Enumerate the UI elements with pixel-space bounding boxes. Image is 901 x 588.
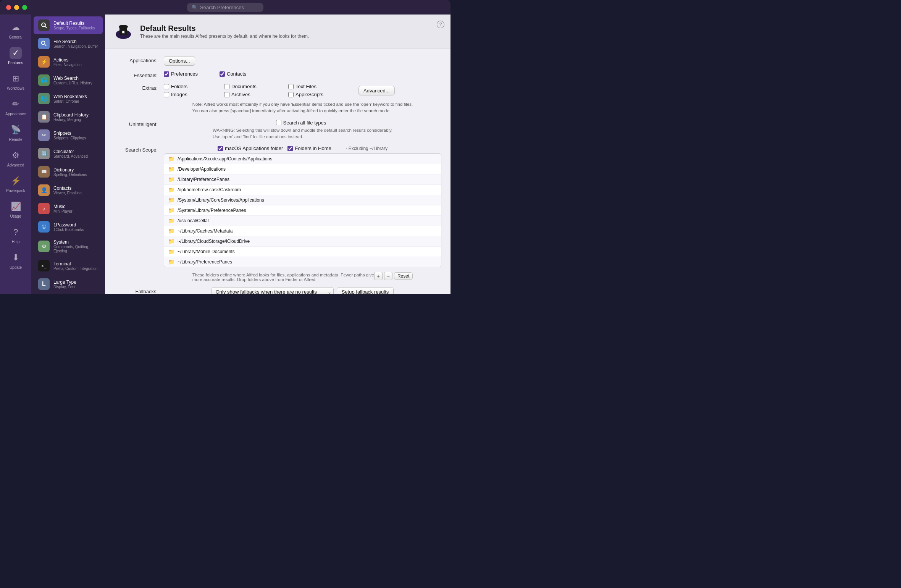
- documents-label: Documents: [231, 84, 257, 89]
- search-all-checkbox-item[interactable]: Search all file types: [276, 120, 329, 126]
- general-label: General: [9, 35, 23, 39]
- nav-item-default-results[interactable]: Default Results Scope, Types, Fallbacks: [34, 16, 103, 34]
- folders-in-home-checkbox-item[interactable]: Folders in Home: [287, 145, 341, 151]
- sidebar-item-general[interactable]: ☁ General: [0, 18, 31, 43]
- images-checkbox-item[interactable]: Images: [164, 92, 221, 97]
- scope-path-10: ~/Library/PreferencePanes: [178, 259, 232, 265]
- titlebar-search-bar[interactable]: 🔍 Search Preferences: [187, 3, 263, 12]
- reset-scope-button[interactable]: Reset: [394, 272, 413, 280]
- applescripts-checkbox[interactable]: [288, 92, 294, 97]
- nav-item-web-search[interactable]: 🌐 Web Search Custom, URLs, History: [34, 71, 103, 89]
- nav-item-snippets[interactable]: ✂ Snippets Snippets, Clippings: [34, 126, 103, 144]
- search-all-checkbox[interactable]: [276, 120, 281, 125]
- advanced-button[interactable]: Advanced...: [358, 86, 395, 95]
- update-icon: ⬇: [10, 252, 22, 264]
- nav-item-music[interactable]: ♪ Music Mini Player: [34, 200, 103, 217]
- usage-icon: 📈: [10, 200, 22, 213]
- nav-item-terminal[interactable]: >_ Terminal Prefix, Custom Integration: [34, 257, 103, 275]
- archives-checkbox-item[interactable]: Archives: [224, 92, 285, 97]
- file-search-nav-text: File Search Search, Navigation, Buffer: [53, 39, 98, 48]
- large-type-nav-text: Large Type Display, Font: [53, 279, 76, 289]
- preferences-checkbox-item[interactable]: Preferences: [164, 71, 217, 77]
- remove-scope-button[interactable]: −: [384, 272, 392, 280]
- actions-nav-text: Actions Files, Navigation: [53, 57, 82, 67]
- scope-path-9: ~/Library/Mobile Documents: [178, 249, 235, 254]
- nav-item-contacts[interactable]: 👤 Contacts Viewer, Emailing: [34, 181, 103, 199]
- archives-checkbox[interactable]: [224, 92, 229, 97]
- applescripts-checkbox-item[interactable]: AppleScripts: [288, 92, 349, 97]
- maximize-button[interactable]: [22, 5, 27, 10]
- nav-item-file-search[interactable]: File Search Search, Navigation, Buffer: [34, 35, 103, 52]
- general-icon: ☁: [10, 21, 22, 34]
- nav-item-dictionary[interactable]: 📖 Dictionary Spelling, Definitions: [34, 163, 103, 181]
- nav-sidebar: Default Results Scope, Types, Fallbacks …: [31, 15, 105, 294]
- macos-apps-checkbox[interactable]: [218, 146, 223, 151]
- text-files-checkbox-item[interactable]: Text Files: [288, 84, 349, 89]
- folders-checkbox[interactable]: [164, 84, 169, 89]
- web-bookmarks-nav-title: Web Bookmarks: [53, 94, 87, 99]
- contacts-nav-title: Contacts: [53, 186, 82, 191]
- nav-item-calculator[interactable]: 🔢 Calculator Standard, Advanced: [34, 145, 103, 162]
- scope-list-item-2: 📁 /Library/PreferencePanes: [164, 174, 441, 185]
- sidebar-item-usage[interactable]: 📈 Usage: [0, 197, 31, 222]
- scope-path-0: /Applications/Xcode.app/Contents/Applica…: [178, 156, 272, 162]
- scope-path-3: /opt/homebrew-cask/Caskroom: [178, 187, 241, 192]
- sidebar-item-advanced[interactable]: ⚙ Advanced: [0, 145, 31, 171]
- unintelligent-row: Unintelligent: Search all file types WAR…: [114, 120, 441, 141]
- remote-icon: 📡: [10, 124, 22, 136]
- essentials-row: Essentials: Preferences Contacts: [114, 71, 441, 78]
- sidebar-item-appearance[interactable]: ✏ Appearance: [0, 94, 31, 120]
- nav-item-1password[interactable]: ① 1Password 1Click Bookmarks: [34, 218, 103, 236]
- fallbacks-content: Only show fallbacks when there are no re…: [164, 287, 441, 294]
- documents-checkbox[interactable]: [224, 84, 229, 89]
- extras-row: Extras: Folders Images: [114, 84, 441, 115]
- minimize-button[interactable]: [14, 5, 19, 10]
- main-layout: ☁ General ✓ Features ⊞ Workflows ✏ Appea…: [0, 15, 450, 294]
- powerpack-label: Powerpack: [6, 189, 25, 193]
- close-button[interactable]: [6, 5, 11, 10]
- nav-item-actions[interactable]: ⚡ Actions Files, Navigation: [34, 53, 103, 71]
- options-button[interactable]: Options...: [164, 56, 195, 66]
- sidebar-item-workflows[interactable]: ⊞ Workflows: [0, 69, 31, 94]
- svg-line-4: [45, 44, 46, 46]
- nav-item-large-type[interactable]: L Large Type Display, Font: [34, 275, 103, 293]
- help-button[interactable]: ?: [437, 21, 444, 28]
- scope-path-6: /usr/local/Cellar: [178, 218, 209, 223]
- applescripts-label: AppleScripts: [295, 92, 323, 97]
- nav-item-clipboard[interactable]: 📋 Clipboard History History, Merging: [34, 108, 103, 126]
- macos-apps-checkbox-item[interactable]: macOS Applications folder: [218, 145, 283, 151]
- default-results-nav-icon: [38, 19, 50, 31]
- sidebar-item-remote[interactable]: 📡 Remote: [0, 120, 31, 145]
- system-nav-title: System: [53, 239, 98, 245]
- header-icon: [113, 21, 134, 42]
- images-checkbox[interactable]: [164, 92, 169, 97]
- folders-checkbox-item[interactable]: Folders: [164, 84, 221, 89]
- fallbacks-label: Fallbacks:: [114, 287, 164, 294]
- music-nav-subtitle: Mini Player: [53, 209, 72, 213]
- file-search-nav-icon: [38, 38, 50, 49]
- nav-item-system[interactable]: ⚙ System Commands, Quitting, Ejecting: [34, 236, 103, 256]
- contacts-label: Contacts: [227, 71, 246, 77]
- contacts-checkbox-item[interactable]: Contacts: [220, 71, 273, 77]
- text-files-checkbox[interactable]: [288, 84, 294, 89]
- sidebar-item-powerpack[interactable]: ⚡ Powerpack: [0, 171, 31, 197]
- preferences-checkbox[interactable]: [164, 71, 169, 77]
- documents-checkbox-item[interactable]: Documents: [224, 84, 285, 89]
- web-search-nav-text: Web Search Custom, URLs, History: [53, 76, 92, 85]
- contacts-nav-subtitle: Viewer, Emailing: [53, 191, 82, 195]
- nav-item-previews[interactable]: 👁 Previews Quick Look, Preview panels: [34, 294, 103, 294]
- sidebar-item-features[interactable]: ✓ Features: [0, 43, 31, 69]
- fallbacks-dropdown[interactable]: Only show fallbacks when there are no re…: [212, 287, 334, 294]
- scope-list-item-6: 📁 /usr/local/Cellar: [164, 216, 441, 226]
- folder-icon-5: 📁: [168, 207, 174, 213]
- sidebar-item-update[interactable]: ⬇ Update: [0, 248, 31, 273]
- add-scope-button[interactable]: +: [374, 272, 383, 280]
- large-type-nav-subtitle: Display, Font: [53, 285, 76, 289]
- nav-item-web-bookmarks[interactable]: 🌐 Web Bookmarks Safari, Chrome: [34, 90, 103, 107]
- folders-in-home-checkbox[interactable]: [287, 146, 293, 151]
- search-icon: 🔍: [192, 5, 198, 10]
- setup-fallback-button[interactable]: Setup fallback results: [337, 287, 394, 294]
- scope-list: 📁 /Applications/Xcode.app/Contents/Appli…: [164, 153, 441, 267]
- sidebar-item-help[interactable]: ? Help: [0, 222, 31, 248]
- contacts-checkbox[interactable]: [220, 71, 225, 77]
